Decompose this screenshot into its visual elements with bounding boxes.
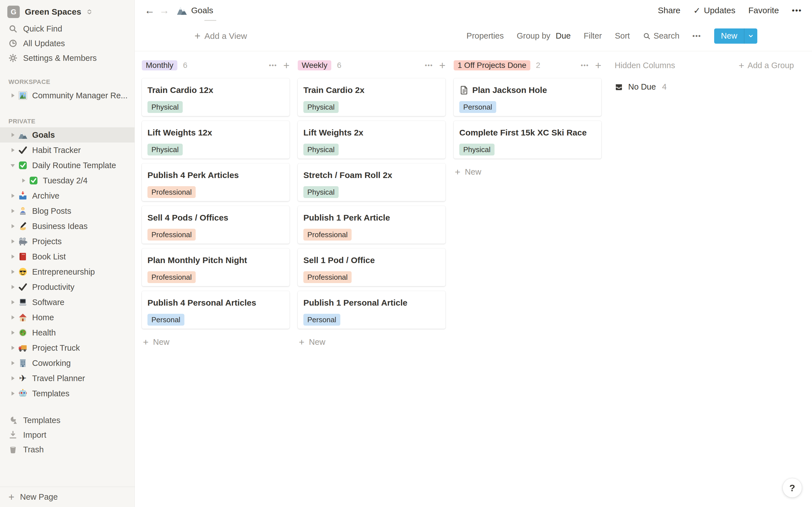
sidebar-item-business-ideas[interactable]: Business Ideas <box>0 219 135 234</box>
sidebar-item-productivity[interactable]: Productivity <box>0 279 135 295</box>
sidebar-item-daily-routine[interactable]: Daily Routine Template <box>0 158 135 173</box>
column-name-chip[interactable]: Monthly <box>142 60 177 70</box>
sidebar-item-projects[interactable]: Projects <box>0 234 135 249</box>
sort-button[interactable]: Sort <box>615 31 630 41</box>
sidebar-item-book-list[interactable]: Book List <box>0 249 135 264</box>
filter-button[interactable]: Filter <box>583 31 602 41</box>
board-card[interactable]: Publish 1 Perk Article Professional <box>298 206 446 244</box>
help-button[interactable]: ? <box>783 478 802 497</box>
column-more-icon[interactable]: ••• <box>581 62 589 69</box>
new-button-label[interactable]: New <box>714 29 744 44</box>
board-card[interactable]: Sell 1 Pod / Office Professional <box>298 248 446 286</box>
column-more-icon[interactable]: ••• <box>425 62 433 69</box>
column-more-icon[interactable]: ••• <box>269 62 277 69</box>
new-card-button[interactable]: + New <box>454 167 601 177</box>
board-card[interactable]: Sell 4 Pods / Offices Professional <box>142 206 290 244</box>
disclosure-open-icon[interactable] <box>9 162 16 169</box>
sidebar-item-community-manager[interactable]: Community Manager Re... <box>0 88 135 103</box>
sidebar-item-quick-find[interactable]: Quick Find <box>0 21 135 36</box>
sidebar-item-goals[interactable]: Goals <box>0 127 135 143</box>
back-arrow-icon[interactable]: ← <box>143 4 156 16</box>
sidebar-templates-button[interactable]: Templates <box>0 413 135 428</box>
disclosure-icon[interactable] <box>9 131 16 138</box>
column-name-chip[interactable]: 1 Off Projects Done <box>454 60 530 70</box>
sidebar-item-health[interactable]: Health <box>0 325 135 340</box>
disclosure-icon[interactable] <box>9 375 16 382</box>
board-card[interactable]: Lift Weights 12x Physical <box>142 121 290 159</box>
updates-button[interactable]: ✓ Updates <box>693 6 735 15</box>
page-title[interactable]: Goals <box>191 6 213 15</box>
group-by-button[interactable]: Group by Due <box>517 31 571 41</box>
column-add-icon[interactable]: + <box>283 60 290 71</box>
new-card-button[interactable]: + New <box>142 337 290 347</box>
sidebar-item-label: Productivity <box>32 283 74 292</box>
column-add-icon[interactable]: + <box>595 60 601 71</box>
new-card-button[interactable]: + New <box>298 337 446 347</box>
disclosure-icon[interactable] <box>9 92 16 99</box>
board-card[interactable]: Plan Jackson Hole Personal <box>454 78 601 116</box>
sidebar-import-button[interactable]: Import <box>0 428 135 442</box>
board-card[interactable]: Lift Weights 2x Physical <box>298 121 446 159</box>
workspace-switcher[interactable]: G Green Spaces <box>3 3 132 20</box>
sidebar-item-coworking[interactable]: Coworking <box>0 355 135 371</box>
hidden-group-label: No Due <box>628 82 656 92</box>
favorite-button[interactable]: Favorite <box>748 6 779 15</box>
sidebar-item-project-truck[interactable]: Project Truck <box>0 340 135 355</box>
sidebar-item-tuesday[interactable]: Tuesday 2/4 <box>0 173 135 188</box>
column-name-chip[interactable]: Weekly <box>298 60 331 70</box>
sidebar-item-label: Travel Planner <box>32 374 85 383</box>
new-button-dropdown[interactable] <box>744 29 757 44</box>
hidden-group-no-due[interactable]: No Due 4 <box>615 82 794 92</box>
share-button[interactable]: Share <box>658 6 680 15</box>
sidebar-item-blog-posts[interactable]: Blog Posts <box>0 203 135 219</box>
sidebar-item-entrepreneurship[interactable]: Entrepreneurship <box>0 264 135 279</box>
sidebar-trash-button[interactable]: Trash <box>0 442 135 457</box>
sidebar-item-archive[interactable]: Archive <box>0 188 135 203</box>
sidebar-item-templates[interactable]: Templates <box>0 386 135 401</box>
board-card[interactable]: Complete First 15k XC Ski Race Physical <box>454 121 601 159</box>
disclosure-icon[interactable] <box>9 344 16 351</box>
disclosure-icon[interactable] <box>9 238 16 245</box>
card-title-row: Lift Weights 2x <box>303 128 440 137</box>
sidebar-item-all-updates[interactable]: All Updates <box>0 36 135 51</box>
sidebar-item-settings[interactable]: Settings & Members <box>0 51 135 65</box>
disclosure-icon[interactable] <box>9 359 16 367</box>
sidebar-item-home[interactable]: Home <box>0 310 135 325</box>
sidebar-item-software[interactable]: Software <box>0 295 135 310</box>
board-card[interactable]: Train Cardio 2x Physical <box>298 78 446 116</box>
toolbar-more-icon[interactable]: ••• <box>693 32 701 40</box>
more-options-icon[interactable]: ••• <box>792 6 802 15</box>
board-card[interactable]: Stretch / Foam Roll 2x Physical <box>298 163 446 201</box>
disclosure-icon[interactable] <box>9 268 16 276</box>
plus-icon: + <box>8 492 14 502</box>
column-add-icon[interactable]: + <box>439 60 446 71</box>
disclosure-icon[interactable] <box>9 147 16 154</box>
board-card[interactable]: Publish 4 Perk Articles Professional <box>142 163 290 201</box>
sidebar-item-habit-tracker[interactable]: Habit Tracker <box>0 143 135 158</box>
board-card[interactable]: Train Cardio 12x Physical <box>142 78 290 116</box>
disclosure-icon[interactable] <box>9 329 16 336</box>
disclosure-icon[interactable] <box>9 390 16 397</box>
disclosure-icon[interactable] <box>9 253 16 260</box>
disclosure-icon[interactable] <box>9 298 16 306</box>
import-label: Import <box>23 431 46 440</box>
disclosure-icon[interactable] <box>9 314 16 321</box>
properties-button[interactable]: Properties <box>467 31 504 41</box>
disclosure-icon[interactable] <box>9 283 16 291</box>
disclosure-icon[interactable] <box>9 223 16 230</box>
add-group-button[interactable]: + Add a Group <box>739 61 794 70</box>
sidebar-item-travel-planner[interactable]: ✈ Travel Planner <box>0 371 135 386</box>
add-view-button[interactable]: + Add a View <box>195 31 247 41</box>
new-page-button[interactable]: + New Page <box>0 487 135 507</box>
board-card[interactable]: Publish 1 Personal Article Personal <box>298 291 446 329</box>
search-button[interactable]: Search <box>643 31 679 41</box>
disclosure-icon[interactable] <box>9 207 16 215</box>
disclosure-icon[interactable] <box>20 177 27 184</box>
board-card[interactable]: Plan Monthly Pitch Night Professional <box>142 248 290 286</box>
disclosure-icon[interactable] <box>9 192 16 200</box>
sidebar-item-label: Projects <box>32 237 62 246</box>
sidebar-item-label: Project Truck <box>32 343 80 353</box>
forward-arrow-icon[interactable]: → <box>158 4 171 16</box>
new-button[interactable]: New <box>714 29 757 44</box>
board-card[interactable]: Publish 4 Personal Articles Personal <box>142 291 290 329</box>
